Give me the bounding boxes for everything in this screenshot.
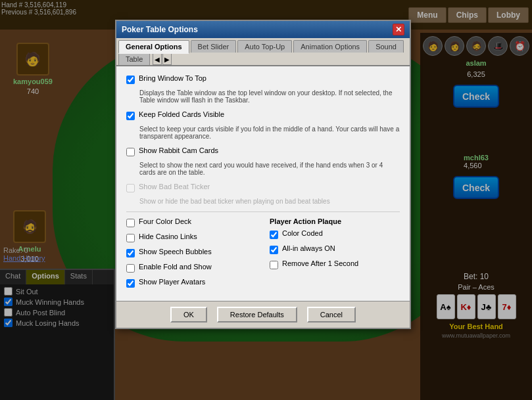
bring-window-checkbox[interactable] — [126, 76, 135, 84]
all-in-checkbox[interactable] — [270, 246, 278, 254]
option-rabbit-cam: Show Rabbit Cam Cards Select to show the… — [126, 146, 400, 176]
option-row-3: Show Rabbit Cam Cards — [126, 146, 400, 156]
tab-nav-right[interactable]: ▶ — [162, 53, 172, 65]
bad-beat-checkbox — [126, 184, 135, 192]
dialog-footer: OK Restore Defaults Cancel — [116, 301, 410, 328]
show-speech-checkbox[interactable] — [126, 249, 135, 257]
show-speech-option[interactable]: Show Speech Bubbles — [126, 248, 256, 257]
remove-after-label: Remove After 1 Second — [282, 259, 358, 267]
restore-defaults-button[interactable]: Restore Defaults — [217, 307, 297, 322]
color-coded-option[interactable]: Color Coded — [270, 229, 400, 239]
bad-beat-desc: Show or hide the bad beat ticker when pl… — [139, 198, 400, 205]
dialog-close-button[interactable]: ✕ — [393, 24, 404, 35]
four-color-deck-checkbox[interactable] — [126, 219, 135, 227]
tab-auto-top-up[interactable]: Auto Top-Up — [237, 40, 292, 53]
keep-folded-label: Keep Folded Cards Visible — [139, 110, 224, 118]
show-avatars-label: Show Player Avatars — [139, 278, 205, 286]
option-bad-beat: Show Bad Beat Ticker Show or hide the ba… — [126, 183, 400, 205]
bring-window-desc: Displays the Table window as the top lev… — [139, 89, 400, 104]
option-row-1: Bring Window To Top — [126, 74, 400, 84]
ok-button[interactable]: OK — [170, 307, 207, 322]
tab-general-options[interactable]: General Options — [118, 40, 189, 54]
color-coded-checkbox[interactable] — [270, 231, 278, 239]
option-row-4: Show Bad Beat Ticker — [126, 183, 400, 192]
rabbit-cam-desc: Select to show the next card you would h… — [139, 162, 400, 176]
option-keep-folded: Keep Folded Cards Visible Select to keep… — [126, 110, 400, 140]
bad-beat-label: Show Bad Beat Ticker — [139, 183, 210, 190]
show-avatars-option[interactable]: Show Player Avatars — [126, 278, 256, 288]
tab-sound[interactable]: Sound — [368, 40, 404, 53]
hide-casino-option[interactable]: Hide Casino Links — [126, 233, 256, 242]
player-action-plaque-title: Player Action Plaque — [270, 217, 400, 225]
show-avatars-checkbox[interactable] — [126, 279, 135, 288]
fold-show-option[interactable]: Enable Fold and Show — [126, 263, 256, 273]
dialog-title: Poker Table Options — [122, 25, 198, 34]
dialog-title-bar: Poker Table Options ✕ — [116, 21, 410, 38]
remove-after-option[interactable]: Remove After 1 Second — [270, 259, 400, 269]
rabbit-cam-label: Show Rabbit Cam Cards — [139, 146, 218, 154]
four-color-deck-option[interactable]: Four Color Deck — [126, 217, 256, 227]
poker-table-options-dialog: Poker Table Options ✕ General Options Be… — [115, 20, 411, 329]
right-col: Player Action Plaque Color Coded All-in … — [270, 217, 400, 293]
hide-casino-checkbox[interactable] — [126, 234, 135, 242]
fold-show-checkbox[interactable] — [126, 264, 135, 273]
all-in-option[interactable]: All-in always ON — [270, 244, 400, 254]
tab-table[interactable]: Table — [118, 53, 150, 65]
tab-animation-options[interactable]: Animation Options — [293, 40, 367, 53]
cancel-button[interactable]: Cancel — [307, 307, 356, 322]
divider — [126, 211, 400, 212]
show-speech-label: Show Speech Bubbles — [139, 248, 212, 256]
all-in-label: All-in always ON — [282, 244, 335, 252]
option-row-2: Keep Folded Cards Visible — [126, 110, 400, 120]
bring-window-label: Bring Window To Top — [139, 74, 206, 82]
two-col-section: Four Color Deck Hide Casino Links Show S… — [126, 217, 400, 293]
color-coded-label: Color Coded — [282, 229, 323, 237]
hide-casino-label: Hide Casino Links — [139, 233, 197, 240]
rabbit-cam-checkbox[interactable] — [126, 148, 135, 156]
keep-folded-desc: Select to keep your cards visible if you… — [139, 125, 400, 140]
tab-nav: ◀ ▶ — [153, 53, 172, 65]
four-color-deck-label: Four Color Deck — [139, 217, 191, 225]
keep-folded-checkbox[interactable] — [126, 112, 135, 120]
remove-after-checkbox[interactable] — [270, 261, 278, 269]
fold-show-label: Enable Fold and Show — [139, 263, 212, 271]
left-col: Four Color Deck Hide Casino Links Show S… — [126, 217, 256, 293]
option-bring-window: Bring Window To Top Displays the Table w… — [126, 74, 400, 104]
tab-nav-left[interactable]: ◀ — [153, 53, 162, 65]
tab-bet-slider[interactable]: Bet Slider — [191, 40, 237, 53]
dialog-content: Bring Window To Top Displays the Table w… — [116, 66, 410, 301]
dialog-tab-bar: General Options Bet Slider Auto Top-Up A… — [116, 38, 410, 66]
